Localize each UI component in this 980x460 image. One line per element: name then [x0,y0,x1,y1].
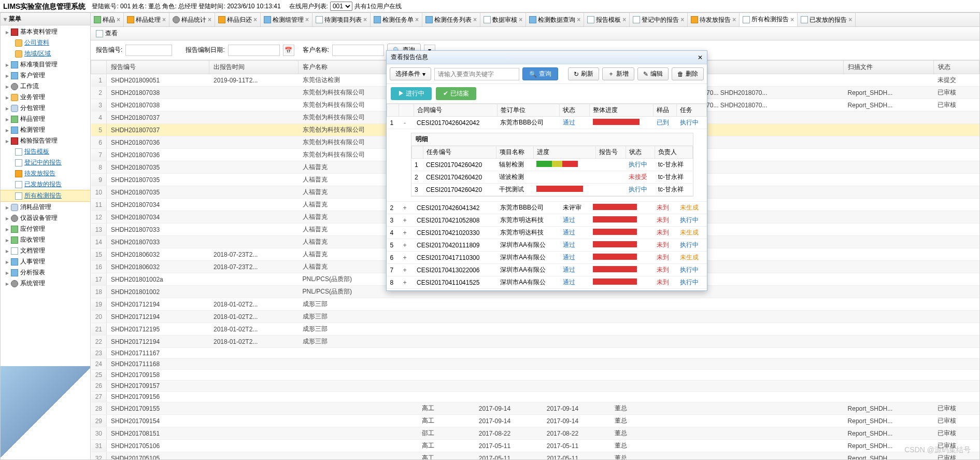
column-header[interactable]: 签订单位 [497,104,560,117]
sidebar-item[interactable]: 所有检测报告 [1,190,90,202]
sidebar-item[interactable]: 登记中的报告 [1,157,90,168]
column-header[interactable]: 合同编号 [414,104,497,117]
expand-icon[interactable]: + [402,267,408,274]
column-header[interactable]: 任务编号 [423,146,496,159]
table-row[interactable]: 4+CESI20170421020330东莞市明达科技通过未到未生成 [387,227,707,239]
expand-icon[interactable]: ▸ [6,72,9,79]
column-header[interactable] [411,146,423,159]
close-icon[interactable]: × [790,16,794,23]
sidebar-item[interactable]: 地域/区域 [1,48,90,59]
in-progress-button[interactable]: ▶ 进行中 [391,87,432,100]
table-row[interactable]: 2+CESI20170426041342东莞市BBB公司未评审未到未生成 [387,202,707,214]
close-icon[interactable]: × [732,16,736,23]
filter-date-input[interactable] [228,45,280,56]
refresh-button[interactable]: ↻ 刷新 [568,67,599,80]
table-row[interactable]: 32SHDH201705105高工2017-05-112017-05-11董总R… [91,452,979,460]
tab[interactable]: 检测数据查询× [526,13,584,26]
sidebar-item[interactable]: ▸样品管理 [1,114,90,124]
tab[interactable]: 样品归还× [215,13,261,26]
tab[interactable]: 报告模板× [584,13,630,26]
column-header[interactable]: 状态 [626,146,655,159]
table-row[interactable]: 8+CESI20170411041525深圳市AA有限公通过未到执行中 [387,276,707,289]
delete-button[interactable]: 🗑 删除 [672,67,704,80]
expand-icon[interactable]: + [402,204,408,212]
expand-icon[interactable]: + [402,242,408,249]
tab[interactable]: 检测任务单× [371,13,422,26]
add-button[interactable]: ＋ 新增 [602,67,634,80]
expand-icon[interactable]: ▸ [6,280,9,287]
close-icon[interactable]: × [117,16,120,23]
online-select[interactable]: 001 [330,2,352,11]
sidebar-item[interactable]: ▸分析报表 [1,267,90,278]
table-row[interactable]: 5+CESI20170420111809深圳市AA有限公通过未到执行中 [387,239,707,252]
tab[interactable]: 待发放报告× [688,13,740,26]
column-header[interactable]: 进度 [533,146,595,159]
table-row[interactable]: 31SHDH201705106高工2017-05-112017-05-11董总R… [91,440,979,452]
close-icon[interactable]: × [519,16,522,23]
column-header[interactable]: 扫描文件 [844,61,934,74]
tab[interactable]: 已发放的报告× [798,13,856,26]
tab[interactable]: 样品处理× [124,13,169,26]
sidebar-item[interactable]: ▸检测管理 [1,124,90,135]
filter-customer-input[interactable] [332,45,384,56]
close-icon[interactable]: ✕ [698,54,703,61]
table-row[interactable]: 26SHDH201709157 [91,381,979,392]
table-row[interactable]: 2CESI201704260420谐波检测未接受tc-甘永祥 [411,171,692,184]
tab[interactable]: 数据审核× [480,13,526,26]
dialog-grid[interactable]: 合同编号签订单位状态整体进度样品任务1-CESI20170426042042东莞… [387,104,707,290]
table-row[interactable]: 3+CESI20170421052808东莞市明达科技通过未到执行中 [387,214,707,227]
sidebar-item[interactable]: ▸文档管理 [1,245,90,256]
column-header[interactable]: 任务 [677,104,707,117]
sidebar-item[interactable]: ▸人事管理 [1,256,90,267]
sidebar-item[interactable]: 待发放报告 [1,168,90,179]
table-row[interactable]: 6+CESI20170417110300深圳市AA有限公通过未到未生成 [387,252,707,264]
expand-icon[interactable]: + [402,254,408,261]
expand-icon[interactable]: ▸ [6,61,9,68]
sidebar-item[interactable]: 已发放的报告 [1,179,90,190]
expand-icon[interactable]: + [402,229,408,236]
sidebar-item[interactable]: 公司资料 [1,37,90,48]
sidebar-item[interactable]: ▸应收管理 [1,234,90,245]
column-header[interactable]: 状态 [933,61,979,74]
expand-icon[interactable]: ▸ [6,94,9,101]
collapse-icon[interactable]: ▾ [4,16,7,23]
table-row[interactable]: 7+CESI20170413022006深圳市AA有限公通过未到执行中 [387,264,707,276]
expand-icon[interactable]: ▸ [6,137,9,145]
close-icon[interactable]: × [253,16,257,23]
table-row[interactable]: 27SHDH201709156 [91,392,979,402]
sidebar-item[interactable]: ▸分包管理 [1,103,90,114]
sidebar-item[interactable]: ▸基本资料管理 [1,26,90,37]
expand-icon[interactable]: ▸ [6,105,9,112]
table-row[interactable]: 3CESI201704260420干扰测试执行中tc-甘永祥 [411,184,692,196]
expand-icon[interactable]: ▸ [6,127,9,134]
sidebar-item[interactable]: ▸系统管理 [1,278,90,289]
tab[interactable]: 所有检测报告× [740,13,798,27]
table-row[interactable]: 28SHDH201709155高工2017-09-142017-09-14董总R… [91,402,979,415]
expand-icon[interactable]: ▸ [6,116,9,123]
sidebar-item[interactable]: ▸客户管理 [1,70,90,81]
expand-icon[interactable]: ▸ [6,29,9,36]
expand-icon[interactable]: + [402,279,408,286]
close-icon[interactable]: × [305,16,309,23]
dialog-search-input[interactable] [434,68,519,80]
close-icon[interactable]: × [473,16,477,23]
table-row[interactable]: 24SHDH201711168 [91,359,979,370]
expand-icon[interactable]: ▸ [6,226,9,233]
table-row[interactable]: 29SHDH201709154高工2017-09-142017-09-14董总R… [91,415,979,427]
tab[interactable]: 检测组管理× [261,13,313,26]
expand-icon[interactable]: ▸ [6,215,9,222]
column-header[interactable]: 报告编号 [107,61,209,74]
column-header[interactable]: 负责人 [655,146,692,159]
close-icon[interactable]: × [415,16,419,23]
detail-grid[interactable]: 任务编号项目名称进度报告号状态负责人1CESI201704260420辐射检测执… [411,146,693,196]
sidebar-item[interactable]: 报告模板 [1,146,90,157]
table-row[interactable]: 9+CESI20170411034020北京AAA通过未到未生成 [387,289,707,291]
table-row[interactable]: 1-CESI20170426042042东莞市BBB公司通过已到执行中 [387,117,707,129]
table-row[interactable]: 1CESI201704260420辐射检测执行中tc-甘永祥 [411,159,692,171]
sidebar-item[interactable]: ▸仪器设备管理 [1,213,90,224]
expand-icon[interactable]: - [402,119,408,127]
table-row[interactable]: 19SHDH2017121942018-01-02T2...成形三部 [91,298,979,311]
column-header[interactable]: 状态 [560,104,590,117]
column-header[interactable]: 整体进度 [590,104,654,117]
tab[interactable]: 样品统计× [169,13,215,26]
